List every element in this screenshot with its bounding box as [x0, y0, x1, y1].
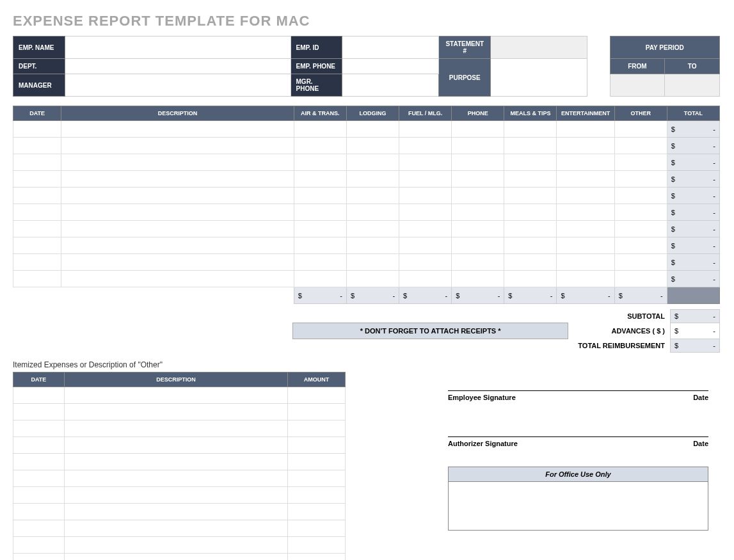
itemized-cell[interactable] — [64, 470, 287, 487]
expense-cell[interactable] — [61, 221, 294, 237]
expense-cell[interactable] — [452, 188, 504, 204]
expense-cell[interactable] — [346, 171, 399, 188]
itemized-cell[interactable] — [288, 520, 346, 537]
itemized-cell[interactable] — [64, 504, 287, 520]
itemized-cell[interactable] — [64, 554, 287, 561]
expense-cell[interactable] — [557, 204, 614, 221]
expense-cell[interactable] — [557, 271, 614, 287]
expense-cell[interactable] — [61, 138, 294, 154]
itemized-cell[interactable] — [288, 437, 346, 454]
itemized-cell[interactable] — [13, 437, 65, 454]
itemized-cell[interactable] — [64, 454, 287, 470]
expense-cell[interactable] — [399, 237, 452, 254]
itemized-cell[interactable] — [13, 487, 65, 504]
expense-cell[interactable] — [399, 188, 452, 204]
itemized-cell[interactable] — [64, 420, 287, 437]
expense-cell[interactable] — [61, 237, 294, 254]
expense-cell[interactable] — [294, 254, 346, 271]
itemized-cell[interactable] — [64, 520, 287, 537]
field-purpose[interactable] — [491, 59, 587, 97]
expense-cell[interactable] — [61, 171, 294, 188]
expense-cell[interactable] — [346, 138, 399, 154]
expense-cell[interactable] — [13, 154, 61, 171]
expense-cell[interactable] — [452, 171, 504, 188]
field-from[interactable] — [610, 74, 665, 97]
expense-cell[interactable] — [614, 221, 667, 237]
expense-cell[interactable] — [614, 171, 667, 188]
expense-cell[interactable] — [13, 188, 61, 204]
itemized-cell[interactable] — [13, 520, 65, 537]
expense-cell[interactable] — [399, 154, 452, 171]
expense-cell[interactable] — [346, 271, 399, 287]
expense-cell[interactable] — [346, 237, 399, 254]
expense-cell[interactable] — [504, 138, 557, 154]
itemized-cell[interactable] — [64, 404, 287, 420]
expense-cell[interactable] — [294, 121, 346, 138]
expense-cell[interactable] — [13, 121, 61, 138]
itemized-cell[interactable] — [64, 537, 287, 554]
expense-cell[interactable] — [13, 271, 61, 287]
expense-cell[interactable] — [399, 221, 452, 237]
expense-cell[interactable] — [557, 237, 614, 254]
expense-cell[interactable] — [452, 138, 504, 154]
expense-cell[interactable] — [399, 121, 452, 138]
field-to[interactable] — [665, 74, 720, 97]
expense-cell[interactable] — [557, 138, 614, 154]
expense-cell[interactable] — [13, 237, 61, 254]
field-mgr-phone[interactable] — [342, 74, 439, 97]
itemized-cell[interactable] — [288, 487, 346, 504]
expense-cell[interactable] — [294, 237, 346, 254]
itemized-cell[interactable] — [64, 387, 287, 404]
itemized-cell[interactable] — [288, 454, 346, 470]
itemized-cell[interactable] — [13, 404, 65, 420]
expense-cell[interactable] — [452, 271, 504, 287]
expense-cell[interactable] — [504, 221, 557, 237]
expense-cell[interactable] — [504, 237, 557, 254]
field-statement[interactable] — [491, 36, 587, 59]
expense-cell[interactable] — [452, 204, 504, 221]
itemized-cell[interactable] — [13, 387, 65, 404]
expense-cell[interactable] — [13, 254, 61, 271]
office-use-body[interactable] — [449, 482, 708, 530]
expense-cell[interactable] — [504, 154, 557, 171]
expense-cell[interactable] — [294, 188, 346, 204]
expense-cell[interactable] — [294, 138, 346, 154]
expense-cell[interactable] — [614, 237, 667, 254]
expense-cell[interactable] — [504, 254, 557, 271]
expense-cell[interactable] — [557, 121, 614, 138]
expense-cell[interactable] — [61, 121, 294, 138]
itemized-cell[interactable] — [288, 404, 346, 420]
expense-cell[interactable] — [399, 204, 452, 221]
expense-cell[interactable] — [557, 171, 614, 188]
expense-cell[interactable] — [614, 254, 667, 271]
expense-cell[interactable] — [61, 188, 294, 204]
value-advances[interactable]: $- — [671, 323, 720, 339]
expense-cell[interactable] — [399, 254, 452, 271]
expense-cell[interactable] — [614, 121, 667, 138]
expense-cell[interactable] — [557, 221, 614, 237]
itemized-cell[interactable] — [13, 420, 65, 437]
expense-cell[interactable] — [294, 154, 346, 171]
expense-cell[interactable] — [61, 154, 294, 171]
itemized-cell[interactable] — [288, 504, 346, 520]
expense-cell[interactable] — [346, 121, 399, 138]
expense-cell[interactable] — [61, 204, 294, 221]
expense-cell[interactable] — [61, 271, 294, 287]
itemized-cell[interactable] — [13, 554, 65, 561]
expense-cell[interactable] — [294, 204, 346, 221]
expense-cell[interactable] — [13, 221, 61, 237]
expense-cell[interactable] — [614, 154, 667, 171]
expense-cell[interactable] — [452, 221, 504, 237]
itemized-cell[interactable] — [13, 504, 65, 520]
expense-cell[interactable] — [399, 271, 452, 287]
itemized-cell[interactable] — [288, 387, 346, 404]
expense-cell[interactable] — [452, 237, 504, 254]
expense-cell[interactable] — [346, 188, 399, 204]
expense-cell[interactable] — [399, 138, 452, 154]
expense-cell[interactable] — [504, 271, 557, 287]
expense-cell[interactable] — [346, 204, 399, 221]
itemized-cell[interactable] — [288, 470, 346, 487]
field-dept[interactable] — [65, 59, 291, 74]
itemized-cell[interactable] — [64, 487, 287, 504]
itemized-cell[interactable] — [288, 537, 346, 554]
